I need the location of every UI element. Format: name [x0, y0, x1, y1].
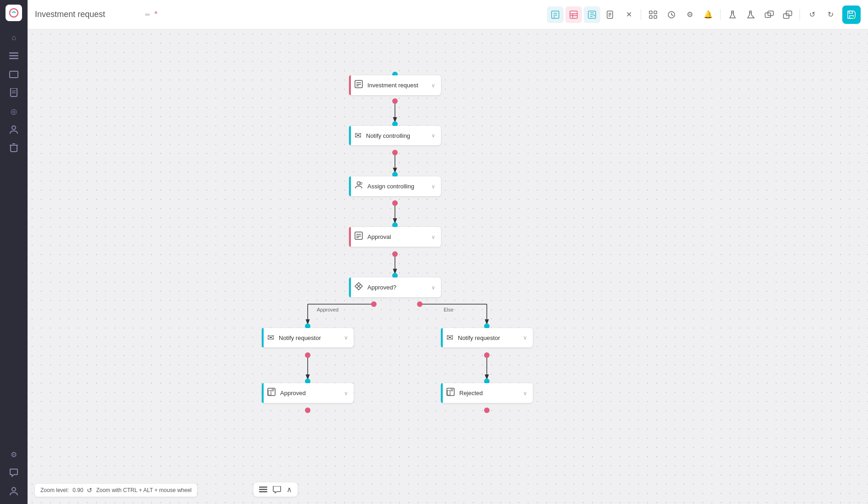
node-rejected-end[interactable]: Rejected ∨	[441, 383, 533, 403]
node-email-icon-2: ✉	[267, 333, 274, 343]
node-rejected-end-label: Rejected	[459, 390, 519, 396]
main-area: Investment request ✏ * ✕	[28, 0, 868, 504]
node-investment-chevron[interactable]: ∨	[431, 82, 435, 89]
sidebar-item-process[interactable]	[6, 48, 22, 64]
connectors-svg	[28, 29, 868, 504]
zoom-label: Zoom level:	[40, 487, 69, 493]
node-approval-label: Approval	[367, 233, 427, 240]
node-approved-end-chevron[interactable]: ∨	[344, 390, 348, 396]
svg-point-68	[272, 389, 274, 391]
svg-rect-17	[570, 11, 577, 18]
svg-rect-1	[9, 52, 18, 54]
undo-button[interactable]: ↺	[804, 6, 820, 23]
sidebar-item-trash[interactable]	[6, 140, 22, 156]
node-notify-requestor-approved[interactable]: ✉ Notify requestor ∨	[262, 328, 354, 347]
sidebar-item-users[interactable]	[6, 121, 22, 138]
separator-1	[641, 9, 641, 20]
settings-button[interactable]: ⚙	[682, 6, 698, 23]
node-investment-request[interactable]: Investment request ∨	[349, 75, 441, 95]
document-button[interactable]	[602, 6, 619, 23]
svg-point-12	[12, 487, 16, 491]
node-gateway-icon	[355, 282, 363, 293]
app-logo[interactable]	[6, 5, 22, 21]
sidebar-item-chat[interactable]	[6, 464, 22, 481]
node-rejected-end-chevron[interactable]: ∨	[523, 390, 527, 396]
edit-title-icon[interactable]: ✏	[145, 11, 151, 18]
sidebar-item-home[interactable]: ⌂	[6, 29, 22, 46]
edit-view-button[interactable]	[584, 6, 600, 23]
svg-rect-3	[9, 58, 18, 59]
timeline-button[interactable]	[663, 6, 680, 23]
svg-rect-43	[849, 11, 852, 13]
test1-button[interactable]	[724, 6, 741, 23]
expand-tool-button[interactable]: ∧	[287, 485, 292, 494]
separator-2	[720, 9, 721, 20]
node-notify-requestor-rejected-chevron[interactable]: ∨	[523, 334, 527, 341]
svg-rect-4	[10, 71, 18, 78]
publish-button[interactable]	[779, 6, 796, 23]
deploy-button[interactable]	[761, 6, 778, 23]
node-assign-controlling-label: Assign controlling	[367, 183, 427, 190]
node-gateway-label: Approved?	[367, 284, 427, 291]
zoom-status-bar: Zoom level: 0.90 ↺ Zoom with CTRL + ALT …	[35, 484, 197, 497]
svg-rect-42	[850, 16, 853, 18]
toolbar-title-area: Investment request ✏ *	[35, 10, 543, 19]
node-notify-controlling-label: Notify controlling	[366, 132, 427, 139]
list-tool-button[interactable]	[259, 485, 267, 494]
svg-point-70	[451, 389, 453, 391]
zoom-value: 0.90	[73, 487, 83, 493]
sidebar-item-profile[interactable]	[6, 483, 22, 499]
cancel-button[interactable]: ✕	[620, 6, 637, 23]
node-assign-controlling-chevron[interactable]: ∨	[431, 183, 435, 190]
node-assign-controlling[interactable]: Assign controlling ∨	[349, 176, 441, 196]
sidebar-item-canvas[interactable]	[6, 66, 22, 83]
node-email-icon-1: ✉	[355, 130, 361, 141]
node-approved-end-label: Approved	[280, 390, 339, 396]
svg-rect-32	[654, 16, 657, 18]
comment-tool-button[interactable]	[273, 485, 281, 494]
svg-rect-29	[649, 11, 652, 14]
node-email-icon-3: ✉	[446, 333, 453, 343]
node-approved-gateway[interactable]: Approved? ∨	[349, 277, 441, 297]
workflow-canvas[interactable]: Investment request ∨ ✉ Notify controllin…	[28, 29, 868, 504]
node-notify-controlling-chevron[interactable]: ∨	[431, 132, 435, 139]
canvas-tools-bar: ∧	[254, 482, 298, 497]
node-approval[interactable]: Approval ∨	[349, 227, 441, 247]
sidebar-item-tasks[interactable]: ◎	[6, 103, 22, 119]
sidebar-item-settings[interactable]: ⚙	[6, 446, 22, 463]
node-notify-controlling[interactable]: ✉ Notify controlling ∨	[349, 126, 441, 145]
node-notify-requestor-approved-chevron[interactable]: ∨	[344, 334, 348, 341]
redo-button[interactable]: ↻	[822, 6, 839, 23]
svg-rect-30	[654, 11, 657, 14]
svg-point-0	[10, 9, 18, 17]
sidebar-item-reports[interactable]	[6, 85, 22, 101]
save-button[interactable]	[842, 6, 861, 24]
dot-gateway-left	[371, 301, 377, 307]
node-form-icon	[355, 80, 363, 91]
form-view-button[interactable]	[547, 6, 564, 23]
node-approval-chevron[interactable]: ∨	[431, 234, 435, 240]
notifications-button[interactable]: 🔔	[700, 6, 716, 23]
table-view-button[interactable]	[565, 6, 582, 23]
svg-rect-55	[355, 80, 362, 88]
dot-gateway-right	[417, 301, 423, 307]
test2-button[interactable]	[743, 6, 759, 23]
toolbar-actions: ✕ ⚙ 🔔 ↺ ↻	[547, 6, 861, 24]
node-gateway-chevron[interactable]: ∨	[431, 284, 435, 291]
grid-button[interactable]	[645, 6, 661, 23]
node-notify-requestor-rejected[interactable]: ✉ Notify requestor ∨	[441, 328, 533, 347]
branch-approved-label: Approved	[317, 307, 338, 312]
reset-zoom-button[interactable]: ↺	[87, 487, 92, 494]
workflow-title-input[interactable]: Investment request	[35, 10, 141, 19]
svg-rect-69	[447, 388, 454, 396]
unsaved-indicator: *	[154, 10, 158, 19]
svg-rect-71	[259, 487, 267, 488]
dot-notify-rejected-bottom	[484, 352, 490, 358]
dot-assign-bottom	[392, 200, 398, 206]
node-notify-requestor-approved-label: Notify requestor	[279, 334, 339, 341]
node-approval-icon	[355, 232, 363, 242]
node-approved-end[interactable]: Approved ∨	[262, 383, 354, 403]
separator-3	[800, 9, 800, 20]
branch-else-label: Else	[444, 307, 453, 312]
dot-approved-end-bottom	[305, 408, 310, 413]
